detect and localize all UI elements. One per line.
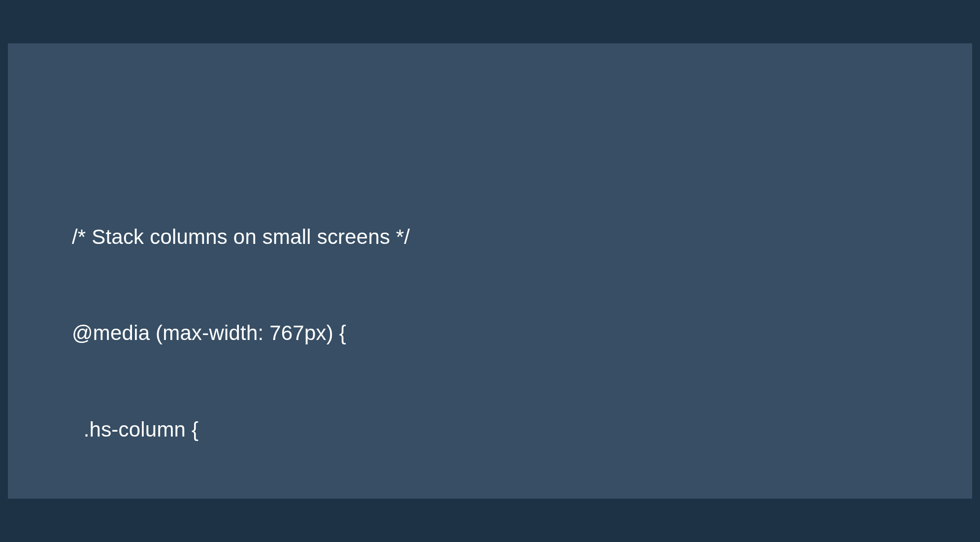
code-line-1: /* Stack columns on small screens */ bbox=[72, 221, 972, 253]
code-line-2: @media (max-width: 767px) { bbox=[72, 317, 972, 349]
code-panel: /* Stack columns on small screens */ @me… bbox=[8, 43, 972, 499]
code-block: /* Stack columns on small screens */ @me… bbox=[72, 157, 972, 542]
bottom-bar bbox=[0, 499, 980, 542]
code-line-3: .hs-column { bbox=[72, 413, 972, 445]
top-bar bbox=[0, 0, 980, 43]
